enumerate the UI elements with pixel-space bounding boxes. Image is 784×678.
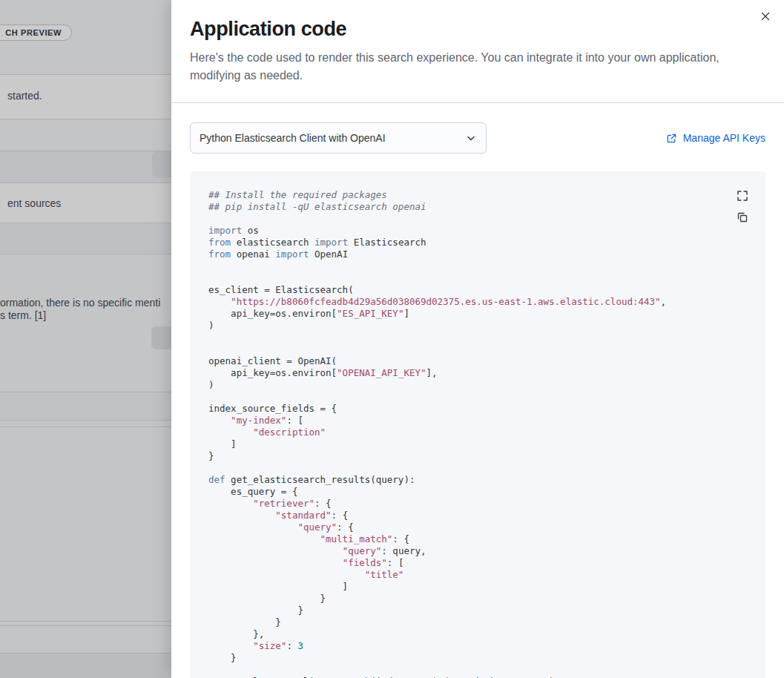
language-select-value: Python Elasticsearch Client with OpenAI — [200, 132, 386, 144]
chevron-down-icon — [465, 132, 477, 144]
language-select[interactable]: Python Elasticsearch Client with OpenAI — [190, 122, 487, 154]
copy-icon — [737, 211, 748, 223]
manage-api-keys-link[interactable]: Manage API Keys — [666, 132, 765, 144]
modal-description: Here's the code used to render this sear… — [190, 49, 739, 85]
code-actions — [736, 190, 749, 225]
manage-api-keys-label: Manage API Keys — [683, 132, 765, 144]
flyout-body: Python Elasticsearch Client with OpenAI … — [171, 103, 784, 678]
flyout-header: Application code Here's the code used to… — [171, 0, 784, 103]
application-code-flyout: Application code Here's the code used to… — [171, 0, 784, 678]
fullscreen-button[interactable] — [736, 190, 749, 203]
page-title: Application code — [190, 16, 739, 42]
code-content[interactable]: ## Install the required packages## pip i… — [208, 189, 747, 678]
controls-row: Python Elasticsearch Client with OpenAI … — [190, 122, 765, 154]
code-block: ## Install the required packages## pip i… — [190, 171, 765, 678]
fullscreen-icon — [737, 190, 748, 202]
close-icon[interactable] — [756, 7, 775, 27]
external-link-icon — [666, 133, 677, 144]
copy-button[interactable] — [736, 211, 749, 225]
